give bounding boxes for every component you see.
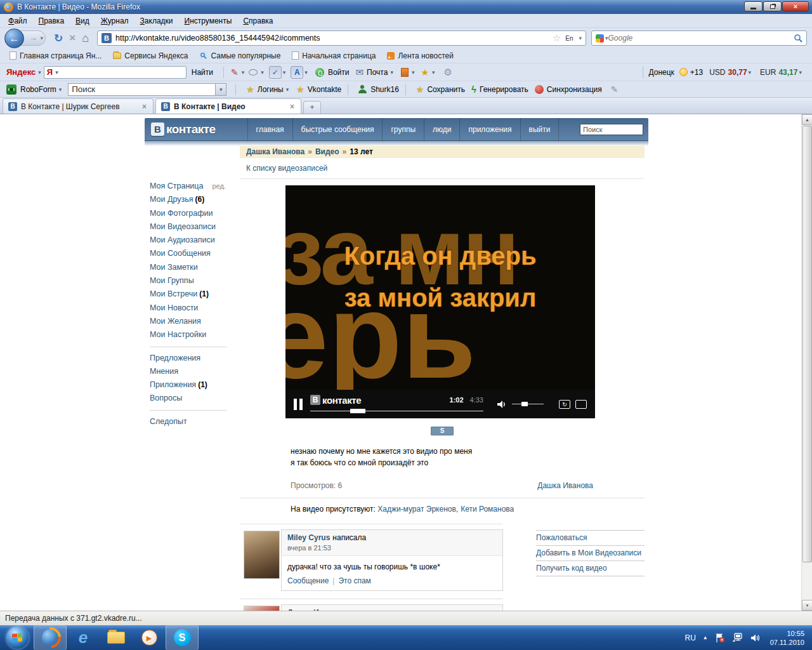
video-player[interactable]: за мн ерь Когда он дверь за мной закрил … <box>285 185 595 418</box>
bubble-dropdown-icon[interactable]: ▾ <box>261 69 264 76</box>
bookmark-star-icon[interactable]: ☆ <box>553 32 561 44</box>
yandex-logo[interactable]: Яндекс <box>6 67 36 77</box>
roboform-menu[interactable]: RoboForm <box>20 85 56 94</box>
sidebar-item-events[interactable]: Мои Встречи(1) <box>150 288 239 301</box>
seek-bar[interactable] <box>310 408 483 414</box>
breadcrumb-user[interactable]: Дашка Иванова <box>246 147 304 156</box>
vk-logo[interactable]: В контакте <box>145 123 225 136</box>
taskbar-firefox-button[interactable] <box>34 625 67 650</box>
back-button[interactable]: ← <box>4 29 24 48</box>
add-to-my-videos-link[interactable]: Добавить в Мои Видеозаписи <box>536 546 645 561</box>
speaker-icon[interactable] <box>750 633 761 642</box>
spellcheck-dropdown-icon[interactable]: ▾ <box>283 69 286 76</box>
sidebar-link[interactable]: Мои Фотографии <box>150 209 213 218</box>
roboform-search-combo[interactable]: ▾ <box>68 83 226 96</box>
url-bar[interactable]: В ☆ En ▾ <box>97 30 586 46</box>
sidebar-link[interactable]: Мои Встречи <box>150 289 197 298</box>
yandex-dropdown-icon[interactable]: ▾ <box>38 69 41 76</box>
roboform-identity-button[interactable]: Shurk16 <box>370 85 399 94</box>
favorites-star-icon[interactable]: ★ <box>421 67 429 77</box>
sidebar-link[interactable]: Мои Видеозаписи <box>150 222 216 231</box>
usd-dropdown-icon[interactable]: ▾ <box>749 69 752 76</box>
restore-button[interactable] <box>763 1 782 11</box>
language-indicator[interactable]: RU <box>684 633 695 642</box>
spam-link[interactable]: Это спам <box>338 576 370 585</box>
roboform-passcard-button[interactable]: Vkontakte <box>308 85 341 94</box>
logins-dropdown-icon[interactable]: ▾ <box>286 86 289 93</box>
usd-rate[interactable]: 30,77 <box>728 68 747 77</box>
scroll-up-button[interactable]: ▲ <box>802 114 812 125</box>
roboform-logins-button[interactable]: Логины <box>258 85 284 94</box>
sidebar-item-apps[interactable]: Приложения(1) <box>150 378 239 392</box>
network-icon[interactable] <box>732 633 743 642</box>
sidebar-item-tracker[interactable]: Следопыт <box>150 415 239 428</box>
taskbar-media-player-button[interactable]: ▶ <box>133 625 166 650</box>
weather-city[interactable]: Донецк <box>648 68 674 77</box>
scroll-down-button[interactable]: ▾ <box>802 600 812 611</box>
bookmark-item[interactable]: Главная страница Ян... <box>4 51 107 60</box>
sidebar-link[interactable]: Мнения <box>150 367 178 376</box>
bookmark-item[interactable]: Сервисы Яндекса <box>107 51 193 60</box>
history-dropdown-icon[interactable]: ▾ <box>40 35 43 41</box>
nav-logout[interactable]: выйти <box>520 118 560 141</box>
menu-bookmarks[interactable]: Закладки <box>134 15 179 27</box>
gear-icon[interactable]: ⚙ <box>444 67 452 78</box>
commenter-avatar[interactable] <box>244 531 280 579</box>
tagged-person-link[interactable]: Хаджи-мурат Эркенов <box>377 505 456 514</box>
volume-slider[interactable] <box>512 401 544 407</box>
weather-temperature[interactable]: +13 <box>690 68 703 77</box>
eur-rate[interactable]: 43,17 <box>778 68 797 77</box>
comments-bubble-icon[interactable] <box>249 69 258 76</box>
breadcrumb-video[interactable]: Видео <box>315 147 339 156</box>
pause-button[interactable] <box>294 399 303 410</box>
start-button[interactable] <box>6 627 29 649</box>
home-button[interactable]: ⌂ <box>82 32 89 45</box>
sidebar-link[interactable]: Приложения <box>150 380 196 389</box>
page-scrollbar[interactable]: ▲ ▾ <box>801 114 812 611</box>
favorites-dropdown-icon[interactable]: ▾ <box>432 69 435 76</box>
tagged-person-link[interactable]: Кети Романова <box>461 505 514 514</box>
menu-edit[interactable]: Правка <box>33 15 70 27</box>
web-search-input[interactable] <box>608 34 794 43</box>
sidebar-item-settings[interactable]: Мои Настройки <box>150 328 239 342</box>
volume-handle[interactable] <box>521 402 528 406</box>
sidebar-item-wishes[interactable]: Мои Желания <box>150 315 239 328</box>
seek-handle[interactable] <box>350 409 365 413</box>
web-search-box[interactable]: ▾ <box>591 30 807 46</box>
url-dropdown-icon[interactable]: ▾ <box>579 35 582 41</box>
sidebar-link[interactable]: Мои Настройки <box>150 330 206 339</box>
pencil-icon[interactable]: ✎ <box>231 67 239 77</box>
sidebar-item-questions[interactable]: Вопросы <box>150 392 239 405</box>
nav-main[interactable]: главная <box>247 118 292 141</box>
reply-link[interactable]: Сообщение <box>287 576 329 585</box>
sidebar-item-news[interactable]: Мои Новости <box>150 302 239 315</box>
bookmark-item[interactable]: Начальная страница <box>286 51 381 60</box>
mail-dropdown-icon[interactable]: ▾ <box>390 69 393 76</box>
sidebar-item-messages[interactable]: Мои Сообщения <box>150 247 239 260</box>
scroll-thumb[interactable] <box>802 126 812 562</box>
tab-profile[interactable]: В В Контакте | Шурик Сергеев × <box>3 98 154 114</box>
nav-apps[interactable]: приложения <box>459 118 520 141</box>
tab-close-icon[interactable]: × <box>141 102 148 111</box>
edit-link[interactable]: ред. <box>212 182 225 190</box>
sidebar-item-videos[interactable]: Мои Видеозаписи <box>150 220 239 234</box>
minimize-button[interactable] <box>744 1 763 11</box>
sidebar-link[interactable]: Следопыт <box>150 417 187 426</box>
sidebar-link[interactable]: Мои Группы <box>150 276 194 285</box>
rotate-icon[interactable]: ↻ <box>559 400 570 409</box>
yandex-mail-button[interactable]: Почта <box>367 68 388 77</box>
search-magnifier-icon[interactable] <box>794 34 802 43</box>
sidebar-link[interactable]: Моя Страница <box>150 182 203 190</box>
taskbar-skype-button[interactable]: S <box>166 625 199 650</box>
nav-groups[interactable]: группы <box>382 118 424 141</box>
roboform-dropdown-icon[interactable]: ▾ <box>59 86 62 93</box>
sidebar-item-opinions[interactable]: Мнения <box>150 365 239 378</box>
sidebar-link[interactable]: Мои Заметки <box>150 263 198 272</box>
photos-icon[interactable] <box>401 68 409 77</box>
sidebar-link[interactable]: Вопросы <box>150 394 182 402</box>
url-input[interactable] <box>115 34 550 43</box>
taskbar-explorer-button[interactable] <box>100 625 133 650</box>
yandex-login-button[interactable]: Войти <box>328 68 350 77</box>
action-center-flag-icon[interactable] <box>715 633 725 643</box>
close-button[interactable]: × <box>782 1 809 11</box>
